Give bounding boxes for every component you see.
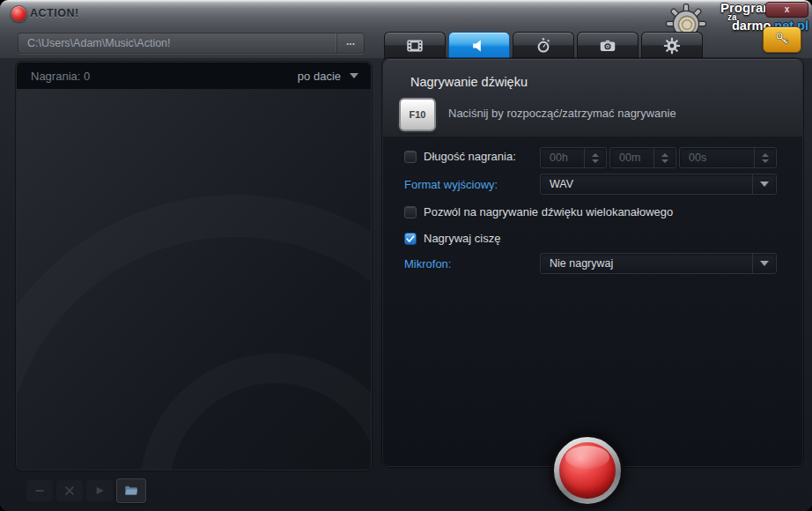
tab-audio-recording[interactable] [448,32,510,59]
mode-tabs [384,32,703,58]
delete-button[interactable] [56,480,83,501]
spin-down-icon[interactable] [762,159,769,163]
stopwatch-icon [534,36,553,56]
license-key-button[interactable] [763,26,801,53]
microphone-dropdown[interactable]: Nie nagrywaj [540,253,777,274]
microphone-label: Mikrofon: [404,257,451,270]
recordings-count: Nagrania: 0 [17,70,298,83]
silence-row: Nagrywaj ciszę [404,232,500,245]
minutes-stepper[interactable] [653,148,675,167]
recordings-list[interactable] [17,89,371,470]
format-value: WAV [541,178,752,190]
dropdown-arrow[interactable] [752,254,776,273]
sort-label: po dacie [298,70,341,83]
tab-screenshots[interactable] [577,32,639,59]
hotkey-keycap[interactable]: F10 [399,98,436,131]
library-toolbar [26,478,146,503]
record-icon [559,442,616,499]
spin-down-icon[interactable] [661,159,668,163]
dropdown-arrow[interactable] [752,174,776,194]
open-folder-button[interactable] [116,478,146,503]
hotkey-hint: Naciśnij by rozpocząć/zatrzymać nagrywan… [448,107,676,120]
silence-label: Nagrywaj ciszę [424,232,500,245]
seconds-spinner[interactable]: 00s [679,147,777,168]
open-folder-icon [123,483,139,499]
spin-up-icon[interactable] [762,153,769,157]
duration-label: Długość nagrania: [424,150,516,163]
duration-row: Długość nagrania: [404,150,516,163]
output-path-value: C:\Users\Adam\Music\Action! [18,37,336,49]
spin-down-icon[interactable] [592,159,599,163]
close-button[interactable]: x [765,2,808,18]
silence-checkbox[interactable] [404,233,417,245]
app-title: ACTION! [30,7,79,19]
hours-stepper[interactable] [584,148,606,167]
film-strip-icon [405,36,424,56]
app-window: ACTION! [0,0,812,511]
multichannel-row: Pozwól na nagrywanie dźwięku wielokanało… [404,205,673,218]
gear-icon [662,36,682,56]
panel-header [383,59,802,137]
speaker-icon [469,36,489,56]
play-icon [92,484,107,498]
microphone-value: Nie nagrywaj [541,257,752,270]
browse-button[interactable]: ... [336,33,364,53]
multichannel-label: Pozwól na nagrywanie dźwięku wielokanało… [424,205,673,218]
tab-benchmark[interactable] [513,32,574,59]
format-dropdown[interactable]: WAV [540,174,777,195]
chevron-down-icon [350,73,358,78]
spin-up-icon[interactable] [661,153,668,157]
app-logo-icon [11,5,27,22]
delete-icon [63,484,77,498]
remove-icon [33,484,47,498]
output-path-field[interactable]: C:\Users\Adam\Music\Action! ... [18,33,365,54]
recordings-header: Nagrania: 0 po dacie [17,63,371,90]
play-button[interactable] [86,480,113,501]
chevron-down-icon [760,261,769,266]
panel-title: Nagrywanie dźwięku [410,75,528,89]
duration-spinners: 00h 00m 00s [540,147,777,168]
hours-value: 00h [541,152,584,164]
tab-settings[interactable] [641,32,703,59]
duration-checkbox[interactable] [404,151,417,163]
keys-icon [773,31,791,48]
spin-up-icon[interactable] [592,153,599,157]
format-label: Format wyjściowy: [404,178,498,191]
record-button[interactable] [551,434,624,507]
tab-video-recording[interactable] [384,32,446,59]
chevron-down-icon [760,181,769,187]
minutes-value: 00m [610,152,653,164]
seconds-value: 00s [680,152,754,164]
hours-spinner[interactable]: 00h [540,147,607,168]
watermark-line2: za [727,12,737,22]
recordings-panel: Nagrania: 0 po dacie [16,62,372,470]
sort-dropdown[interactable]: po dacie [298,70,371,83]
seconds-stepper[interactable] [754,148,776,167]
minutes-spinner[interactable]: 00m [609,147,676,168]
audio-recording-panel: Nagrywanie dźwięku F10 Naciśnij by rozpo… [382,58,803,467]
check-icon [405,233,416,244]
camera-icon [598,36,617,56]
remove-button[interactable] [26,480,53,501]
multichannel-checkbox[interactable] [404,206,417,218]
